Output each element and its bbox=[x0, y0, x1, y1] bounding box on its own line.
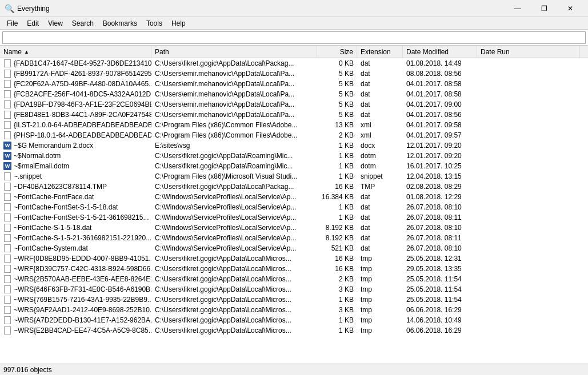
table-row[interactable]: {FE8D48E1-8DB3-44C1-A89F-2CA0F247548...C… bbox=[0, 110, 588, 120]
file-icon bbox=[3, 224, 11, 232]
cell-path: C:\Windows\ServiceProfiles\LocalService\… bbox=[151, 223, 317, 232]
cell-date-modified: 29.05.2018. 13:35 bbox=[403, 264, 477, 273]
table-row[interactable]: ~WRS{E2BB4CAD-EE47-4C5A-A5C9-8C85...C:\U… bbox=[0, 325, 588, 336]
cell-ext: dat bbox=[357, 79, 403, 88]
menu-item-tools[interactable]: Tools bbox=[142, 18, 167, 29]
table-row[interactable]: ~.snippetC:\Program Files (x86)\Microsof… bbox=[0, 171, 588, 182]
cell-ext: dat bbox=[357, 99, 403, 109]
file-icon bbox=[3, 172, 11, 180]
table-row[interactable]: ~WRF{8D39C757-C42C-4318-B924-598D66...C:… bbox=[0, 264, 588, 274]
table-row[interactable]: {PHSP-18.0.1-64-ADBEADBEADBEADBEAD...C:\… bbox=[0, 130, 588, 140]
cell-date-modified: 04.01.2017. 09:58 bbox=[403, 120, 477, 130]
cell-date-run bbox=[477, 295, 588, 304]
table-row[interactable]: {FC20F62A-A75D-49BF-A480-08DA10A465...C:… bbox=[0, 79, 588, 89]
cell-path: C:\Users\fikret.gogic\AppData\Local\Pack… bbox=[151, 58, 317, 68]
table-row[interactable]: W~$rmalEmail.dotmC:\Users\fikret.gogic\A… bbox=[0, 161, 588, 171]
cell-date-modified: 25.05.2018. 11:54 bbox=[403, 284, 477, 294]
cell-ext: dat bbox=[357, 243, 403, 253]
cell-size: 16 KB bbox=[317, 182, 357, 191]
cell-date-modified: 12.01.2017. 09:20 bbox=[403, 140, 477, 150]
table-row[interactable]: W~$G Memorandum 2.docxE:\sites\vsg1 KBdo… bbox=[0, 140, 588, 151]
file-icon bbox=[3, 203, 11, 211]
table-row[interactable]: ~DF40BA12623C878114.TMPC:\Users\fikret.g… bbox=[0, 182, 588, 192]
menu-item-edit[interactable]: Edit bbox=[22, 18, 43, 29]
cell-ext: tmp bbox=[357, 284, 403, 294]
menu-item-bookmarks[interactable]: Bookmarks bbox=[98, 18, 142, 29]
close-button[interactable]: ✕ bbox=[557, 0, 583, 17]
minimize-button[interactable]: — bbox=[505, 0, 531, 17]
cell-ext: tmp bbox=[357, 325, 403, 335]
file-icon bbox=[3, 100, 11, 108]
table-row[interactable]: ~WRF{0D8E8D95-EDDD-4007-8BB9-41051...C:\… bbox=[0, 253, 588, 264]
col-header-name[interactable]: Name ▲ bbox=[0, 46, 151, 58]
col-header-size[interactable]: Size bbox=[317, 46, 357, 58]
table-row[interactable]: ~FontCache-System.datC:\Windows\ServiceP… bbox=[0, 243, 588, 253]
cell-name: ~WRF{8D39C757-C42C-4318-B924-598D66... bbox=[0, 264, 151, 273]
col-header-extension[interactable]: Extension bbox=[357, 46, 403, 58]
col-header-date-run[interactable]: Date Run bbox=[477, 46, 580, 58]
table-row[interactable]: ~WRS{2B570AAB-EEBE-43E6-AEE8-8264E1...C:… bbox=[0, 274, 588, 284]
search-input[interactable] bbox=[2, 31, 586, 44]
cell-date-run bbox=[477, 253, 588, 263]
cell-date-modified: 08.08.2018. 08:56 bbox=[403, 68, 477, 78]
column-headers: Name ▲ Path Size Extension Date Modified… bbox=[0, 46, 588, 58]
cell-ext: xml bbox=[357, 130, 403, 140]
cell-name: W~$rmalEmail.dotm bbox=[0, 161, 151, 171]
cell-name: ~.snippet bbox=[0, 171, 151, 181]
cell-name: {FB99172A-FADF-4261-8937-9078F6514295} bbox=[0, 68, 151, 78]
table-row[interactable]: {FCB2ACFE-256F-4041-8DC5-A332AA012D...C:… bbox=[0, 89, 588, 99]
file-icon bbox=[3, 183, 11, 191]
cell-ext: dat bbox=[357, 202, 403, 212]
cell-size: 0 KB bbox=[317, 58, 357, 68]
cell-ext: tmp bbox=[357, 274, 403, 284]
file-icon bbox=[3, 316, 11, 324]
table-row[interactable]: ~FontCache-S-1-5-18.datC:\Windows\Servic… bbox=[0, 223, 588, 233]
cell-size: 1 KB bbox=[317, 151, 357, 160]
table-row[interactable]: ~WRS{769B1575-7216-43A1-9935-22B9B9...C:… bbox=[0, 295, 588, 305]
cell-ext: tmp bbox=[357, 295, 403, 304]
table-row[interactable]: {FB99172A-FADF-4261-8937-9078F6514295}C:… bbox=[0, 68, 588, 79]
cell-name: W~$G Memorandum 2.docx bbox=[0, 140, 151, 150]
cell-date-modified: 04.01.2017. 09:00 bbox=[403, 99, 477, 109]
file-icon bbox=[3, 275, 11, 283]
menu-item-view[interactable]: View bbox=[43, 18, 67, 29]
cell-date-run bbox=[477, 151, 588, 160]
menu-item-search[interactable]: Search bbox=[67, 18, 98, 29]
table-row[interactable]: {FDA19BF-D798-46F3-AF1E-23F2CE0694BE}C:\… bbox=[0, 99, 588, 110]
cell-path: C:\Users\fikret.gogic\AppData\Local\Micr… bbox=[151, 274, 317, 284]
table-row[interactable]: W~$Normal.dotmC:\Users\fikret.gogic\AppD… bbox=[0, 151, 588, 161]
table-row[interactable]: ~WRS{A7D2DEDD-B130-41E7-A152-962BA...C:\… bbox=[0, 315, 588, 325]
cell-size: 1 KB bbox=[317, 325, 357, 335]
table-row[interactable]: ~WRS{9AF2AAD1-2412-40E9-8698-252B10...C:… bbox=[0, 305, 588, 315]
table-row[interactable]: ~FontCache-FontFace.datC:\Windows\Servic… bbox=[0, 192, 588, 202]
file-icon bbox=[3, 80, 11, 88]
table-row[interactable]: {FADB1C47-1647-4BE4-9527-3D6DE213410...C… bbox=[0, 58, 588, 68]
cell-size: 16 KB bbox=[317, 253, 357, 263]
cell-path: C:\Users\fikret.gogic\AppData\Local\Micr… bbox=[151, 253, 317, 263]
cell-date-run bbox=[477, 305, 588, 314]
menu-item-file[interactable]: File bbox=[2, 18, 22, 29]
cell-name: ~FontCache-S-1-5-18.dat bbox=[0, 223, 151, 232]
cell-date-run bbox=[477, 192, 588, 201]
window-controls: — ❐ ✕ bbox=[505, 0, 583, 17]
cell-name: ~FontCache-FontSet-S-1-5-21-361698215... bbox=[0, 212, 151, 222]
cell-size: 521 KB bbox=[317, 243, 357, 253]
cell-name: {PHSP-18.0.1-64-ADBEADBEADBEADBEAD... bbox=[0, 130, 151, 140]
maximize-button[interactable]: ❐ bbox=[531, 0, 557, 17]
menu-item-help[interactable]: Help bbox=[167, 18, 190, 29]
cell-date-modified: 04.01.2017. 08:58 bbox=[403, 79, 477, 88]
table-row[interactable]: {ILST-21.0.0-64-ADBEADBEADBEADBEADB...C:… bbox=[0, 120, 588, 130]
col-header-path[interactable]: Path bbox=[151, 46, 317, 58]
col-header-date-modified[interactable]: Date Modified bbox=[403, 46, 477, 58]
table-row[interactable]: ~FontCache-FontSet-S-1-5-21-361698215...… bbox=[0, 212, 588, 223]
cell-size: 5 KB bbox=[317, 79, 357, 88]
cell-date-run bbox=[477, 274, 588, 284]
table-row[interactable]: ~WRS{646F63FB-7F31-4E0C-B546-A6190B...C:… bbox=[0, 284, 588, 295]
cell-name: W~$Normal.dotm bbox=[0, 151, 151, 160]
cell-path: C:\Program Files (x86)\Microsoft Visual … bbox=[151, 171, 317, 181]
table-row[interactable]: ~FontCache-FontSet-S-1-5-18.datC:\Window… bbox=[0, 202, 588, 212]
cell-date-modified: 25.05.2018. 11:54 bbox=[403, 295, 477, 304]
cell-path: C:\Windows\ServiceProfiles\LocalService\… bbox=[151, 233, 317, 243]
table-row[interactable]: ~FontCache-S-1-5-21-3616982151-221920...… bbox=[0, 233, 588, 243]
cell-name: ~FontCache-FontFace.dat bbox=[0, 192, 151, 201]
